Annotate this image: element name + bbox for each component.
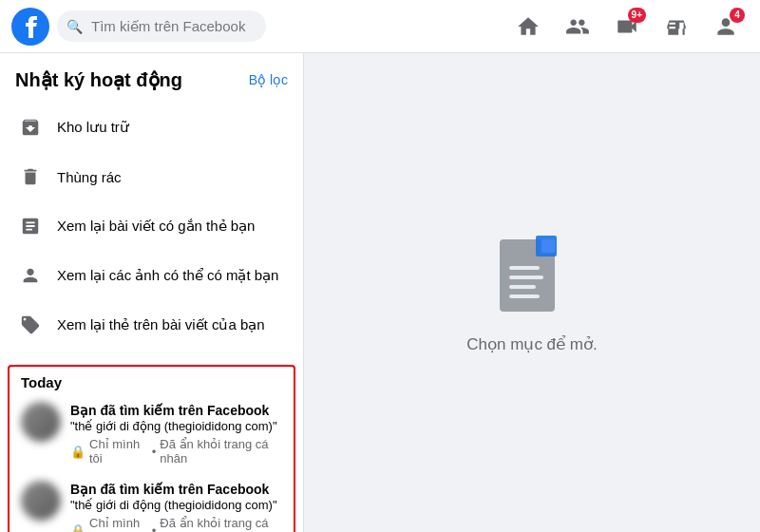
- activity-subtitle: "thế giới di động (thegioididong com)": [70, 498, 282, 514]
- friends-button[interactable]: [555, 4, 600, 49]
- activity-item[interactable]: Bạn đã tìm kiếm trên Facebook "thế giới …: [10, 394, 294, 473]
- sidebar-title: Nhật ký hoạt động: [15, 68, 182, 91]
- svg-rect-4: [509, 266, 540, 270]
- sidebar: Nhật ký hoạt động Bộ lọc Kho lưu trữ Thù…: [0, 53, 304, 532]
- lock-icon: 🔒: [70, 523, 86, 532]
- marketplace-button[interactable]: [654, 4, 699, 49]
- search-icon: 🔍: [66, 19, 83, 34]
- video-button[interactable]: 9+: [604, 4, 650, 49]
- svg-rect-6: [509, 285, 536, 289]
- meta-dot: •: [152, 445, 157, 459]
- nav-icons: 9+ 4: [505, 4, 749, 49]
- trash-label: Thùng rác: [57, 169, 122, 185]
- search-input[interactable]: [57, 10, 266, 42]
- meta-dot: •: [152, 523, 157, 532]
- sidebar-item-trash[interactable]: Thùng rác: [8, 152, 295, 201]
- activity-section: Today Bạn đã tìm kiếm trên Facebook "thế…: [0, 353, 303, 532]
- sidebar-header: Nhật ký hoạt động Bộ lọc: [0, 53, 303, 99]
- review-tags-label: Xem lại thẻ trên bài viết của bạn: [57, 316, 265, 333]
- home-button[interactable]: [505, 4, 551, 49]
- meta-action: Đã ẩn khỏi trang cá nhân: [160, 437, 282, 466]
- review-tagged-label: Xem lại bài viết có gắn thẻ bạn: [57, 218, 255, 235]
- empty-state: Chọn mục để mở.: [466, 232, 597, 354]
- sidebar-item-review-photos[interactable]: Xem lại các ảnh có thể có mặt bạn: [8, 251, 295, 300]
- review-photos-label: Xem lại các ảnh có thể có mặt bạn: [57, 267, 278, 284]
- video-badge: 9+: [628, 8, 646, 23]
- review-tags-icon: [15, 310, 46, 340]
- avatar: [21, 481, 61, 521]
- meta-action: Đã ẩn khỏi trang cá nhân: [160, 516, 282, 532]
- sidebar-item-archive[interactable]: Kho lưu trữ: [8, 103, 295, 152]
- activity-meta: 🔒 Chỉ mình tôi • Đã ẩn khỏi trang cá nhâ…: [70, 437, 282, 466]
- profile-badge: 4: [730, 8, 745, 23]
- profile-button[interactable]: 4: [703, 4, 749, 49]
- right-panel: Chọn mục để mở.: [304, 53, 760, 532]
- lock-icon: 🔒: [70, 445, 86, 459]
- activity-title: Bạn đã tìm kiếm trên Facebook: [70, 481, 282, 498]
- activity-title: Bạn đã tìm kiếm trên Facebook: [70, 402, 282, 419]
- activity-content: Bạn đã tìm kiếm trên Facebook "thế giới …: [70, 402, 282, 466]
- filter-button[interactable]: Bộ lọc: [249, 72, 288, 87]
- empty-state-label: Chọn mục để mở.: [466, 334, 597, 354]
- document-icon: [494, 232, 570, 323]
- review-photos-icon: [15, 260, 46, 291]
- top-navigation: 🔍 9+ 4: [0, 0, 760, 53]
- svg-rect-7: [509, 294, 540, 298]
- archive-icon: [15, 112, 46, 142]
- archive-label: Kho lưu trữ: [57, 119, 129, 136]
- sidebar-item-review-tags[interactable]: Xem lại thẻ trên bài viết của bạn: [8, 300, 295, 350]
- review-tagged-icon: [15, 211, 46, 241]
- main-layout: Nhật ký hoạt động Bộ lọc Kho lưu trữ Thù…: [0, 53, 760, 532]
- svg-rect-5: [509, 276, 543, 279]
- avatar: [21, 402, 61, 442]
- today-highlight-box: Today Bạn đã tìm kiếm trên Facebook "thế…: [8, 365, 295, 532]
- today-label: Today: [10, 367, 294, 394]
- activity-content: Bạn đã tìm kiếm trên Facebook "thế giới …: [70, 481, 282, 532]
- sidebar-menu: Kho lưu trữ Thùng rác Xem lại bài viết c…: [0, 99, 303, 353]
- facebook-logo[interactable]: [11, 8, 49, 46]
- svg-rect-10: [542, 239, 555, 253]
- activity-meta: 🔒 Chỉ mình tôi • Đã ẩn khỏi trang cá nhâ…: [70, 516, 282, 532]
- activity-item[interactable]: Bạn đã tìm kiếm trên Facebook "thế giới …: [10, 473, 294, 532]
- meta-privacy: Chỉ mình tôi: [89, 516, 148, 532]
- meta-privacy: Chỉ mình tôi: [89, 437, 148, 466]
- sidebar-item-review-tagged[interactable]: Xem lại bài viết có gắn thẻ bạn: [8, 201, 295, 251]
- trash-icon: [15, 162, 46, 192]
- activity-subtitle: "thế giới di động (thegioididong com)": [70, 419, 282, 435]
- search-wrapper: 🔍: [57, 10, 266, 42]
